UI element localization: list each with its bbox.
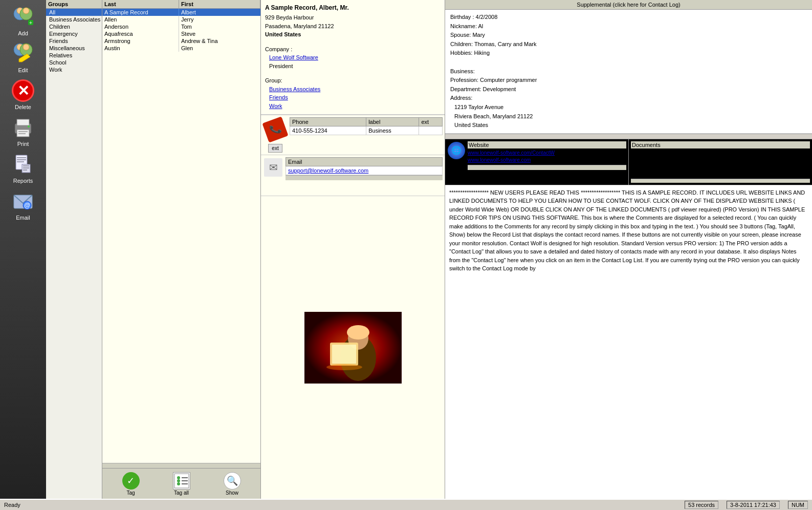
website-link[interactable]: www.lonewolf-software.com bbox=[468, 157, 626, 164]
col-last-header[interactable]: Last bbox=[102, 0, 179, 8]
status-num: NUM bbox=[788, 501, 808, 509]
documents-scrollbar[interactable] bbox=[631, 179, 810, 183]
group-item-relatives[interactable]: Relatives bbox=[46, 52, 102, 59]
reports-label: Reports bbox=[13, 178, 33, 184]
comments-section[interactable]: ****************** NEW USERS PLEASE READ… bbox=[445, 185, 812, 499]
svg-rect-23 bbox=[23, 165, 29, 166]
record-row[interactable]: ArmstrongAndrew & Tina bbox=[102, 37, 260, 45]
envelope-icon: ✉ bbox=[264, 158, 282, 177]
tagall-icon bbox=[172, 472, 191, 490]
record-cell-last: Austin bbox=[102, 45, 179, 52]
contact-groups: Business Associates Friends Work bbox=[265, 85, 441, 111]
contact-country: United States bbox=[265, 30, 441, 39]
svg-point-9 bbox=[23, 44, 29, 50]
group-label: Group: bbox=[265, 76, 441, 85]
group-item-0[interactable]: Business Associates bbox=[269, 85, 441, 94]
email-icon-wrapper[interactable]: ✉ bbox=[263, 157, 283, 178]
edit-button[interactable]: Edit bbox=[3, 39, 43, 75]
website-scrollbar[interactable] bbox=[468, 165, 626, 170]
reports-button[interactable]: Reports bbox=[3, 150, 43, 186]
right-detail: Supplemental (click here for Contact Log… bbox=[445, 0, 812, 499]
svg-rect-25 bbox=[23, 169, 27, 171]
hobbies: Hobbies: Hiking bbox=[450, 49, 807, 58]
delete-button[interactable]: ✕ Delete bbox=[3, 76, 43, 112]
biz-country: United States bbox=[450, 121, 807, 130]
svg-rect-34 bbox=[182, 480, 188, 481]
col-first-header[interactable]: First bbox=[179, 0, 260, 8]
record-row[interactable]: AustinGlen bbox=[102, 45, 260, 52]
record-cell-last: A Sample Record bbox=[102, 9, 179, 16]
record-cell-first: Jerry bbox=[179, 16, 260, 23]
reports-icon bbox=[11, 152, 35, 177]
edit-icon bbox=[11, 41, 35, 66]
show-icon: 🔍 bbox=[223, 472, 242, 490]
website-link[interactable]: www.lonewolf-software.com/ContactW bbox=[468, 150, 626, 157]
document-link[interactable]: HELP_CW_HowToUseCategoriesInGroup bbox=[631, 171, 810, 178]
email-scrollbar[interactable] bbox=[286, 175, 443, 180]
contact-company-title: President bbox=[265, 62, 441, 71]
record-row[interactable]: AquafrescaSteve bbox=[102, 30, 260, 37]
groups-header: Groups bbox=[46, 0, 102, 9]
svg-point-17 bbox=[28, 125, 30, 128]
supplemental-header[interactable]: Supplemental (click here for Contact Log… bbox=[445, 0, 812, 10]
email-row[interactable]: support@lonewolf-software.com bbox=[286, 166, 443, 175]
bio-scrollbar[interactable] bbox=[445, 134, 812, 139]
record-row[interactable]: AndersonTom bbox=[102, 23, 260, 30]
record-row[interactable]: AllenJerry bbox=[102, 16, 260, 23]
label-col-header: label bbox=[366, 118, 419, 126]
tagall-label: Tag all bbox=[174, 490, 189, 496]
group-item-1[interactable]: Friends bbox=[269, 93, 441, 102]
main-content: A Sample Record, Albert, Mr. 929 Beyda H… bbox=[261, 0, 812, 499]
group-item-school[interactable]: School bbox=[46, 59, 102, 66]
email-cell: support@lonewolf-software.com bbox=[286, 166, 443, 175]
document-link[interactable]: HELP_CW_HowToUseSearchInContactW bbox=[631, 157, 810, 164]
phone-section: 📞 ext Phone label ext bbox=[261, 115, 445, 155]
phone-icon[interactable]: 📞 bbox=[263, 117, 288, 142]
group-item-2[interactable]: Work bbox=[269, 102, 441, 111]
email-button[interactable]: @ Email bbox=[3, 187, 43, 223]
group-item-business-associates[interactable]: Business Associates bbox=[46, 16, 102, 23]
nickname: Nickname: Al bbox=[450, 22, 807, 31]
left-detail: A Sample Record, Albert, Mr. 929 Beyda H… bbox=[261, 0, 445, 499]
email-icon: @ bbox=[11, 189, 35, 214]
group-item-emergency[interactable]: Emergency bbox=[46, 30, 102, 37]
delete-icon: ✕ bbox=[11, 78, 35, 103]
group-item-friends[interactable]: Friends bbox=[46, 37, 102, 45]
documents-header: Documents bbox=[631, 141, 810, 148]
ext-button[interactable]: ext bbox=[268, 144, 282, 153]
record-cell-first: Tom bbox=[179, 23, 260, 30]
record-cell-last: Aquafresca bbox=[102, 30, 179, 37]
phone-cell-ext bbox=[419, 126, 443, 135]
show-button[interactable]: 🔍 Show bbox=[223, 472, 242, 496]
print-button[interactable]: Print bbox=[3, 113, 43, 149]
document-link[interactable]: SampleNotepadDocument.txt bbox=[631, 150, 810, 157]
print-label: Print bbox=[17, 141, 29, 147]
svg-point-31 bbox=[177, 479, 180, 482]
group-item-all[interactable]: All bbox=[46, 9, 102, 16]
tagall-button[interactable]: Tag all bbox=[172, 472, 191, 496]
record-row[interactable]: A Sample RecordAlbert bbox=[102, 9, 260, 16]
group-item-work[interactable]: Work bbox=[46, 66, 102, 73]
tag-label: Tag bbox=[126, 490, 135, 496]
record-cell-last: Allen bbox=[102, 16, 179, 23]
contact-photo bbox=[304, 312, 402, 384]
svg-text:+: + bbox=[29, 20, 32, 26]
svg-text:@: @ bbox=[24, 202, 30, 209]
phone-icon-wrapper: 📞 ext bbox=[263, 117, 288, 153]
svg-rect-35 bbox=[182, 483, 188, 484]
add-button[interactable]: + Add bbox=[3, 3, 43, 38]
bottom-panels: 🌐 Website www.lonewolf-software.com/Cont… bbox=[445, 139, 812, 185]
tag-button[interactable]: ✓ Tag bbox=[122, 472, 140, 496]
delete-label: Delete bbox=[15, 104, 31, 110]
record-cell-first: Steve bbox=[179, 30, 260, 37]
record-list-scrollbar[interactable] bbox=[102, 463, 260, 468]
add-label: Add bbox=[18, 30, 28, 36]
add-icon: + bbox=[11, 5, 35, 29]
status-bar: Ready 53 records 3-8-2011 17:21:43 NUM bbox=[0, 499, 812, 510]
email-col-header: Email bbox=[286, 158, 443, 166]
document-link[interactable]: HELP_CW_HowToConfigureTheEmailEngi bbox=[631, 164, 810, 171]
group-item-children[interactable]: Children bbox=[46, 23, 102, 30]
documents-panel: Documents SampleNotepadDocument.txtHELP_… bbox=[629, 139, 812, 185]
birthday: Birthday : 4/2/2008 bbox=[450, 13, 807, 22]
group-item-miscellaneous[interactable]: Miscellaneous bbox=[46, 45, 102, 52]
